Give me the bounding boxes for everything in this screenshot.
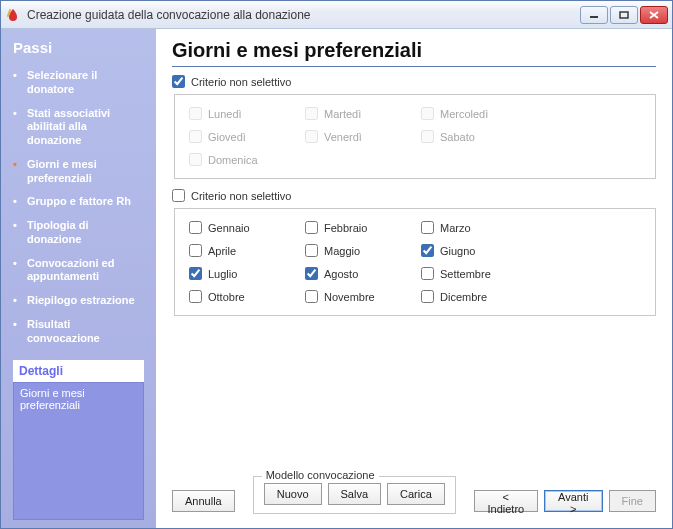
minimize-button[interactable] (580, 6, 608, 24)
bottom-bar: Annulla Modello convocazione Nuovo Salva… (172, 474, 656, 520)
details-box: Giorni e mesi preferenziali (13, 382, 144, 520)
day-monday[interactable]: Lunedì (189, 107, 279, 120)
month-march[interactable]: Marzo (421, 221, 511, 234)
content-area: Criterio non selettivo Lunedì Martedì Me… (172, 75, 656, 474)
month-august[interactable]: Agosto (305, 267, 395, 280)
step-days-months[interactable]: Giorni e mesi preferenziali (13, 153, 144, 191)
months-nonselective-checkbox[interactable] (172, 189, 185, 202)
day-tuesday[interactable]: Martedì (305, 107, 395, 120)
steps-heading: Passi (13, 39, 144, 56)
wizard-nav: < Indietro Avanti > Fine (474, 490, 656, 512)
month-june[interactable]: Giugno (421, 244, 511, 257)
step-convocations[interactable]: Convocazioni ed appuntamenti (13, 252, 144, 290)
titlebar: Creazione guidata della convocazione all… (1, 1, 672, 29)
maximize-button[interactable] (610, 6, 638, 24)
step-summary[interactable]: Riepilogo estrazione (13, 289, 144, 313)
month-january[interactable]: Gennaio (189, 221, 279, 234)
model-save-button[interactable]: Salva (328, 483, 382, 505)
month-july[interactable]: Luglio (189, 267, 279, 280)
days-body: Lunedì Martedì Mercoledì Giovedì Venerdì… (174, 94, 656, 179)
month-november[interactable]: Novembre (305, 290, 395, 303)
step-assoc-states[interactable]: Stati associativi abilitati alla donazio… (13, 102, 144, 153)
model-legend: Modello convocazione (262, 469, 379, 481)
step-donation-type[interactable]: Tipologia di donazione (13, 214, 144, 252)
day-friday[interactable]: Venerdì (305, 130, 395, 143)
day-thursday[interactable]: Giovedì (189, 130, 279, 143)
day-sunday[interactable]: Domenica (189, 153, 279, 166)
day-saturday[interactable]: Sabato (421, 130, 511, 143)
svg-rect-2 (620, 12, 628, 18)
model-fieldset: Modello convocazione Nuovo Salva Carica (253, 476, 456, 514)
months-body: Gennaio Febbraio Marzo Aprile Maggio Giu… (174, 208, 656, 316)
wizard-body: Passi Selezionare il donatore Stati asso… (1, 29, 672, 528)
month-december[interactable]: Dicembre (421, 290, 511, 303)
close-button[interactable] (640, 6, 668, 24)
month-may[interactable]: Maggio (305, 244, 395, 257)
step-select-donor[interactable]: Selezionare il donatore (13, 64, 144, 102)
cancel-button[interactable]: Annulla (172, 490, 235, 512)
wizard-main: Giorni e mesi preferenziali Criterio non… (156, 29, 672, 528)
next-button[interactable]: Avanti > (544, 490, 603, 512)
wizard-sidebar: Passi Selezionare il donatore Stati asso… (1, 29, 156, 528)
day-wednesday[interactable]: Mercoledì (421, 107, 511, 120)
window-title: Creazione guidata della convocazione all… (27, 8, 580, 22)
model-new-button[interactable]: Nuovo (264, 483, 322, 505)
wizard-window: Creazione guidata della convocazione all… (0, 0, 673, 529)
days-group: Criterio non selettivo Lunedì Martedì Me… (172, 75, 656, 179)
days-nonselective-checkbox[interactable] (172, 75, 185, 88)
details-text: Giorni e mesi preferenziali (20, 387, 85, 411)
month-april[interactable]: Aprile (189, 244, 279, 257)
svg-rect-1 (590, 16, 598, 18)
model-load-button[interactable]: Carica (387, 483, 445, 505)
days-nonselective-toggle[interactable]: Criterio non selettivo (172, 75, 656, 88)
months-nonselective-toggle[interactable]: Criterio non selettivo (172, 189, 656, 202)
title-rule (172, 66, 656, 67)
details-heading: Dettagli (13, 360, 144, 382)
step-results[interactable]: Risultati convocazione (13, 313, 144, 351)
window-buttons (580, 6, 668, 24)
month-september[interactable]: Settembre (421, 267, 511, 280)
back-button[interactable]: < Indietro (474, 490, 538, 512)
app-icon (5, 7, 21, 23)
page-title: Giorni e mesi preferenziali (172, 39, 656, 62)
finish-button[interactable]: Fine (609, 490, 656, 512)
month-october[interactable]: Ottobre (189, 290, 279, 303)
months-group: Criterio non selettivo Gennaio Febbraio … (172, 189, 656, 316)
step-group-rh[interactable]: Gruppo e fattore Rh (13, 190, 144, 214)
month-february[interactable]: Febbraio (305, 221, 395, 234)
